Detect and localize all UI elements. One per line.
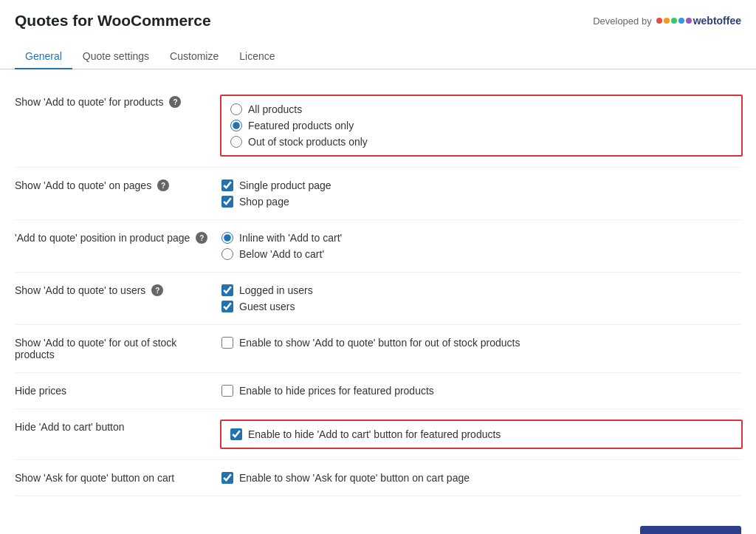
checkbox-label-6-0: Enable to hide 'Add to cart' button for … — [248, 428, 501, 440]
label-cell-show-add-to-quote-out-of-stock: Show 'Add to quote' for out of stock pro… — [15, 325, 221, 373]
checkbox-group-hide-prices: Enable to hide prices for featured produ… — [221, 385, 741, 397]
row-label-show-ask-for-quote-cart: Show 'Ask for quote' button on cart — [15, 472, 174, 484]
label-with-help-add-to-quote-position: 'Add to quote' position in product page? — [15, 232, 214, 244]
checkbox-item-3-1[interactable]: Guest users — [221, 301, 741, 312]
checkbox-label-3-1: Guest users — [239, 301, 295, 312]
radio-label-0-1: Featured products only — [248, 120, 354, 131]
checkbox-input-1-1[interactable] — [221, 196, 233, 208]
logo-dot-red — [656, 18, 662, 24]
logo-dot-purple — [686, 18, 692, 24]
checkbox-item-3-0[interactable]: Logged in users — [221, 284, 741, 296]
settings-table: Show 'Add to quote' for products?All pro… — [15, 84, 741, 496]
checkbox-label-1-0: Single product page — [239, 179, 331, 191]
highlighted-block-hide-add-to-cart-button: Enable to hide 'Add to cart' button for … — [220, 420, 743, 449]
header: Quotes for WooCommerce Developed by webt… — [0, 0, 756, 30]
label-with-help-show-add-to-quote-users: Show 'Add to quote' to users? — [15, 284, 214, 296]
checkbox-group-show-add-to-quote-out-of-stock: Enable to show 'Add to quote' button for… — [221, 337, 741, 349]
checkbox-item-7-0[interactable]: Enable to show 'Ask for quote' button on… — [221, 472, 741, 484]
radio-label-0-2: Out of stock products only — [248, 136, 368, 148]
tab-customize[interactable]: Customize — [159, 44, 229, 69]
page-title: Quotes for WooCommerce — [15, 12, 211, 30]
label-cell-show-add-to-quote-users: Show 'Add to quote' to users? — [15, 273, 221, 325]
logo-dots — [656, 18, 692, 24]
radio-input-0-2[interactable] — [230, 136, 242, 148]
radio-item-2-1[interactable]: Below 'Add to cart' — [221, 248, 741, 260]
radio-input-0-1[interactable] — [230, 120, 242, 131]
settings-row-show-add-to-quote-products: Show 'Add to quote' for products?All pro… — [15, 84, 741, 168]
tab-licence[interactable]: Licence — [229, 44, 285, 69]
nav-tabs: General Quote settings Customize Licence — [0, 35, 756, 69]
label-with-help-hide-add-to-cart-button: Hide 'Add to cart' button — [15, 421, 214, 433]
help-icon-show-add-to-quote-pages[interactable]: ? — [157, 179, 169, 191]
label-cell-show-ask-for-quote-cart: Show 'Ask for quote' button on cart — [15, 460, 221, 496]
radio-item-2-0[interactable]: Inline with 'Add to cart' — [221, 232, 741, 244]
checkbox-input-1-0[interactable] — [221, 179, 233, 191]
label-with-help-show-add-to-quote-products: Show 'Add to quote' for products? — [15, 96, 214, 108]
checkbox-item-1-1[interactable]: Shop page — [221, 196, 741, 208]
checkbox-item-4-0[interactable]: Enable to show 'Add to quote' button for… — [221, 337, 741, 349]
checkbox-item-5-0[interactable]: Enable to hide prices for featured produ… — [221, 385, 741, 397]
checkbox-group-show-add-to-quote-pages: Single product pageShop page — [221, 179, 741, 208]
radio-group-add-to-quote-position: Inline with 'Add to cart'Below 'Add to c… — [221, 232, 741, 260]
checkbox-input-5-0[interactable] — [221, 385, 233, 397]
radio-item-0-2[interactable]: Out of stock products only — [230, 136, 732, 148]
checkbox-input-3-1[interactable] — [221, 301, 233, 312]
developed-by-text: Developed by — [593, 16, 652, 27]
settings-row-show-add-to-quote-out-of-stock: Show 'Add to quote' for out of stock pro… — [15, 325, 741, 373]
settings-row-hide-prices: Hide pricesEnable to hide prices for fea… — [15, 373, 741, 409]
checkbox-group-hide-add-to-cart-button: Enable to hide 'Add to cart' button for … — [230, 428, 732, 440]
row-label-show-add-to-quote-products: Show 'Add to quote' for products — [15, 96, 163, 108]
checkbox-input-6-0[interactable] — [230, 428, 242, 440]
checkbox-input-4-0[interactable] — [221, 337, 233, 349]
update-settings-button[interactable]: Update settings — [640, 526, 741, 534]
label-cell-hide-prices: Hide prices — [15, 373, 221, 409]
logo-dot-orange — [664, 18, 670, 24]
settings-row-add-to-quote-position: 'Add to quote' position in product page?… — [15, 220, 741, 273]
checkbox-label-5-0: Enable to hide prices for featured produ… — [239, 385, 434, 397]
settings-row-hide-add-to-cart-button: Hide 'Add to cart' buttonEnable to hide … — [15, 409, 741, 460]
row-label-show-add-to-quote-users: Show 'Add to quote' to users — [15, 284, 145, 296]
tab-general[interactable]: General — [15, 44, 72, 69]
checkbox-input-7-0[interactable] — [221, 472, 233, 484]
label-cell-show-add-to-quote-pages: Show 'Add to quote' on pages? — [15, 168, 221, 220]
row-label-hide-add-to-cart-button: Hide 'Add to cart' button — [15, 421, 125, 433]
checkbox-label-3-0: Logged in users — [239, 284, 313, 296]
checkbox-label-4-0: Enable to show 'Add to quote' button for… — [239, 337, 520, 349]
row-label-show-add-to-quote-out-of-stock: Show 'Add to quote' for out of stock pro… — [15, 337, 214, 360]
row-label-add-to-quote-position: 'Add to quote' position in product page — [15, 232, 190, 244]
control-cell-add-to-quote-position: Inline with 'Add to cart'Below 'Add to c… — [221, 220, 741, 273]
tab-quote-settings[interactable]: Quote settings — [72, 44, 159, 69]
control-cell-show-add-to-quote-out-of-stock: Enable to show 'Add to quote' button for… — [221, 325, 741, 373]
highlighted-block-show-add-to-quote-products: All productsFeatured products onlyOut of… — [220, 95, 743, 157]
radio-group-show-add-to-quote-products: All productsFeatured products onlyOut of… — [230, 103, 732, 148]
radio-input-2-0[interactable] — [221, 232, 233, 244]
radio-label-2-1: Below 'Add to cart' — [239, 248, 324, 260]
checkbox-group-show-ask-for-quote-cart: Enable to show 'Ask for quote' button on… — [221, 472, 741, 484]
label-with-help-show-ask-for-quote-cart: Show 'Ask for quote' button on cart — [15, 472, 214, 484]
help-icon-show-add-to-quote-users[interactable]: ? — [151, 284, 163, 296]
settings-row-show-add-to-quote-pages: Show 'Add to quote' on pages?Single prod… — [15, 168, 741, 220]
help-icon-add-to-quote-position[interactable]: ? — [196, 232, 207, 244]
checkbox-item-6-0[interactable]: Enable to hide 'Add to cart' button for … — [230, 428, 732, 440]
logo-dot-green — [671, 18, 677, 24]
radio-item-0-1[interactable]: Featured products only — [230, 120, 732, 131]
radio-item-0-0[interactable]: All products — [230, 103, 732, 115]
page-wrapper: Quotes for WooCommerce Developed by webt… — [0, 0, 756, 534]
label-cell-show-add-to-quote-products: Show 'Add to quote' for products? — [15, 84, 221, 168]
control-cell-show-ask-for-quote-cart: Enable to show 'Ask for quote' button on… — [221, 460, 741, 496]
control-cell-hide-prices: Enable to hide prices for featured produ… — [221, 373, 741, 409]
help-icon-show-add-to-quote-products[interactable]: ? — [169, 96, 181, 108]
checkbox-item-1-0[interactable]: Single product page — [221, 179, 741, 191]
developed-by: Developed by webtoffee — [593, 15, 741, 27]
label-with-help-show-add-to-quote-pages: Show 'Add to quote' on pages? — [15, 179, 214, 191]
row-label-show-add-to-quote-pages: Show 'Add to quote' on pages — [15, 179, 151, 191]
row-label-hide-prices: Hide prices — [15, 385, 66, 397]
radio-input-2-1[interactable] — [221, 248, 233, 260]
radio-label-0-0: All products — [248, 103, 302, 115]
settings-row-show-ask-for-quote-cart: Show 'Ask for quote' button on cartEnabl… — [15, 460, 741, 496]
checkbox-input-3-0[interactable] — [221, 284, 233, 296]
content: Show 'Add to quote' for products?All pro… — [0, 69, 756, 511]
radio-input-0-0[interactable] — [230, 103, 242, 115]
settings-row-show-add-to-quote-users: Show 'Add to quote' to users?Logged in u… — [15, 273, 741, 325]
checkbox-label-1-1: Shop page — [239, 196, 289, 208]
